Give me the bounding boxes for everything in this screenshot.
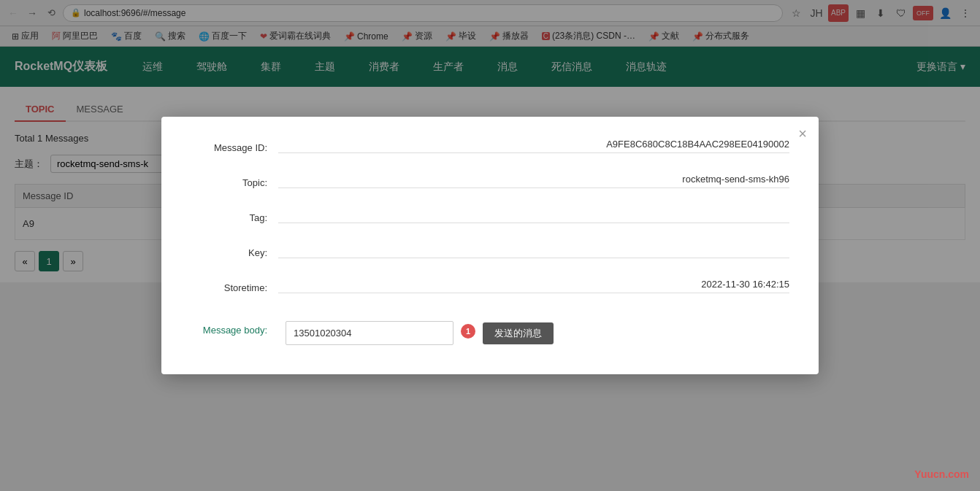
modal-value-key <box>278 244 789 258</box>
modal-value-storetime: 2022-11-30 16:42:15 <box>278 279 789 282</box>
modal-label-message-id: Message ID: <box>191 139 278 153</box>
modal-value-wrap-topic: rocketmq-send-sms-kh96 <box>278 174 789 188</box>
modal-field-topic: Topic: rocketmq-send-sms-kh96 <box>191 174 789 188</box>
modal-dialog: × Message ID: A9FE8C680C8C18B4AAC298EE04… <box>161 117 819 282</box>
modal-field-message-id: Message ID: A9FE8C680C8C18B4AAC298EE0419… <box>191 139 789 153</box>
modal-value-wrap-storetime: 2022-11-30 16:42:15 <box>278 279 789 282</box>
modal-field-storetime: Storetime: 2022-11-30 16:42:15 <box>191 279 789 282</box>
modal-field-tag: Tag: <box>191 209 789 223</box>
modal-field-key: Key: <box>191 244 789 258</box>
modal-value-wrap-key <box>278 244 789 258</box>
modal-label-tag: Tag: <box>191 209 278 223</box>
modal-label-storetime: Storetime: <box>191 279 278 282</box>
modal-overlay[interactable]: × Message ID: A9FE8C680C8C18B4AAC298EE04… <box>0 0 980 282</box>
modal-value-message-id: A9FE8C680C8C18B4AAC298EE04190002 <box>278 139 789 153</box>
modal-value-tag <box>278 209 789 223</box>
modal-close-button[interactable]: × <box>798 125 807 142</box>
modal-value-wrap-message-id: A9FE8C680C8C18B4AAC298EE04190002 <box>278 139 789 153</box>
modal-label-topic: Topic: <box>191 174 278 188</box>
modal-value-topic: rocketmq-send-sms-kh96 <box>278 174 789 188</box>
modal-label-key: Key: <box>191 244 278 258</box>
modal-value-wrap-tag <box>278 209 789 223</box>
